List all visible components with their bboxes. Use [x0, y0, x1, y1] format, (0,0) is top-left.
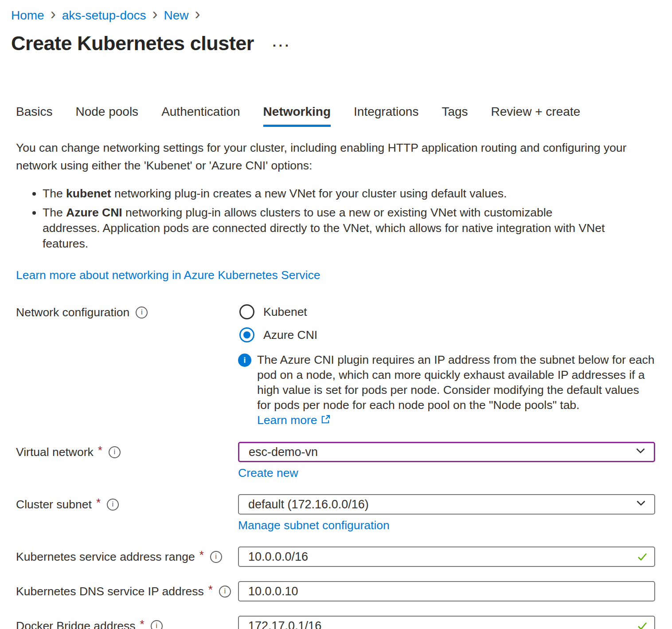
learn-more-networking-link[interactable]: Learn more about networking in Azure Kub…	[16, 268, 320, 282]
bullet-text: networking plug-in allows clusters to us…	[43, 206, 605, 250]
info-filled-icon: i	[238, 354, 251, 367]
learn-more-link[interactable]: Learn more	[257, 413, 331, 427]
required-asterisk: *	[140, 617, 145, 629]
radio-azure-cni[interactable]: Azure CNI	[239, 327, 655, 342]
breadcrumb-separator-icon: ›	[51, 8, 56, 23]
info-glyph: i	[156, 621, 157, 629]
radio-unselected-icon	[239, 304, 254, 319]
field-label-row: Virtual network * i	[16, 442, 238, 462]
bullet-text: The	[43, 206, 66, 219]
external-link-icon	[320, 413, 331, 429]
info-message-text: The Azure CNI plugin requires an IP addr…	[257, 353, 655, 412]
form-row-dns-service-ip: Kubernetes DNS service IP address * i	[16, 581, 655, 601]
tab-networking[interactable]: Networking	[263, 105, 331, 127]
radio-kubenet-label: Kubenet	[263, 305, 307, 319]
page-title: Create Kubernetes cluster	[11, 32, 254, 55]
info-icon[interactable]: i	[107, 499, 119, 511]
radio-azure-cni-label: Azure CNI	[263, 328, 317, 342]
service-address-range-label: Kubernetes service address range	[16, 550, 195, 564]
tab-node-pools[interactable]: Node pools	[75, 105, 138, 127]
networking-options-list: The kubenet networking plug-in creates a…	[16, 186, 606, 252]
info-glyph: i	[215, 552, 217, 561]
virtual-network-dropdown[interactable]: esc-demo-vn	[238, 442, 655, 462]
virtual-network-label: Virtual network	[16, 445, 94, 459]
field-label-row: Kubernetes DNS service IP address * i	[16, 581, 238, 601]
tab-review-create[interactable]: Review + create	[491, 105, 581, 127]
create-new-link[interactable]: Create new	[238, 466, 298, 480]
breadcrumb-separator-icon: ›	[152, 8, 158, 23]
bullet-bold: kubenet	[66, 187, 111, 200]
breadcrumb: Home › aks-setup-docs › New ›	[11, 8, 655, 23]
field-label-row: Network configuration i	[16, 304, 238, 320]
dns-service-ip-label: Kubernetes DNS service IP address	[16, 585, 204, 598]
radio-selected-icon	[239, 327, 254, 342]
info-glyph: i	[243, 355, 246, 365]
checkmark-icon	[636, 619, 649, 629]
title-row: Create Kubernetes cluster ···	[11, 32, 655, 55]
bullet-text: The	[43, 187, 66, 200]
more-options-button[interactable]: ···	[273, 38, 291, 53]
cluster-subnet-value: default (172.16.0.0/16)	[248, 498, 369, 511]
breadcrumb-link-aks-setup-docs[interactable]: aks-setup-docs	[62, 8, 146, 23]
chevron-down-icon	[634, 496, 648, 513]
manage-subnet-configuration-link[interactable]: Manage subnet configuration	[238, 519, 390, 532]
more-options-icon: ···	[273, 38, 291, 53]
dns-service-ip-input[interactable]	[238, 581, 655, 601]
tab-integrations[interactable]: Integrations	[354, 105, 418, 127]
field-label-row: Kubernetes service address range * i	[16, 546, 238, 567]
info-glyph: i	[224, 587, 226, 596]
required-asterisk: *	[98, 444, 102, 457]
form-row-virtual-network: Virtual network * i esc-demo-vn Create n…	[16, 442, 655, 480]
tab-authentication[interactable]: Authentication	[161, 105, 240, 127]
required-asterisk: *	[199, 548, 204, 562]
tab-bar: Basics Node pools Authentication Network…	[16, 105, 655, 127]
cluster-subnet-label: Cluster subnet	[16, 498, 92, 511]
info-icon[interactable]: i	[151, 620, 163, 629]
docker-bridge-label: Docker Bridge address	[16, 619, 136, 629]
info-icon[interactable]: i	[109, 446, 121, 458]
checkmark-icon	[636, 550, 649, 565]
bullet-bold: Azure CNI	[66, 206, 122, 219]
breadcrumb-link-new[interactable]: New	[164, 8, 189, 23]
bullet-text: networking plug-in creates a new VNet fo…	[111, 187, 507, 200]
network-configuration-label: Network configuration	[16, 306, 129, 319]
info-icon[interactable]: i	[219, 586, 231, 598]
chevron-down-icon	[633, 444, 648, 461]
info-icon[interactable]: i	[210, 551, 222, 563]
networking-form: Network configuration i Kubenet Azure CN…	[16, 304, 655, 629]
required-asterisk: *	[96, 496, 101, 510]
azure-cni-info-message: i The Azure CNI plugin requires an IP ad…	[238, 352, 655, 429]
info-glyph: i	[112, 500, 114, 509]
info-glyph: i	[141, 308, 143, 317]
form-row-service-address-range: Kubernetes service address range * i	[16, 546, 655, 567]
field-label-row: Docker Bridge address * i	[16, 616, 238, 629]
required-asterisk: *	[208, 583, 213, 597]
form-row-cluster-subnet: Cluster subnet * i default (172.16.0.0/1…	[16, 494, 655, 532]
virtual-network-value: esc-demo-vn	[249, 445, 318, 459]
service-address-range-input[interactable]	[238, 546, 655, 567]
docker-bridge-input[interactable]	[238, 616, 655, 629]
breadcrumb-separator-icon: ›	[195, 8, 200, 23]
form-row-network-configuration: Network configuration i Kubenet Azure CN…	[16, 304, 655, 342]
info-icon[interactable]: i	[136, 307, 148, 318]
field-label-row: Cluster subnet * i	[16, 494, 238, 515]
list-item-azure-cni: The Azure CNI networking plug-in allows …	[43, 205, 606, 252]
tab-tags[interactable]: Tags	[441, 105, 468, 127]
cluster-subnet-dropdown[interactable]: default (172.16.0.0/16)	[238, 494, 655, 515]
tab-basics[interactable]: Basics	[16, 105, 52, 127]
learn-more-label: Learn more	[257, 413, 317, 427]
intro-text: You can change networking settings for y…	[16, 139, 637, 174]
list-item-kubenet: The kubenet networking plug-in creates a…	[43, 186, 606, 201]
form-row-docker-bridge: Docker Bridge address * i	[16, 616, 655, 629]
network-configuration-radio-group: Kubenet Azure CNI	[238, 304, 655, 342]
radio-kubenet[interactable]: Kubenet	[239, 304, 655, 319]
info-glyph: i	[114, 448, 116, 456]
breadcrumb-link-home[interactable]: Home	[11, 8, 44, 23]
